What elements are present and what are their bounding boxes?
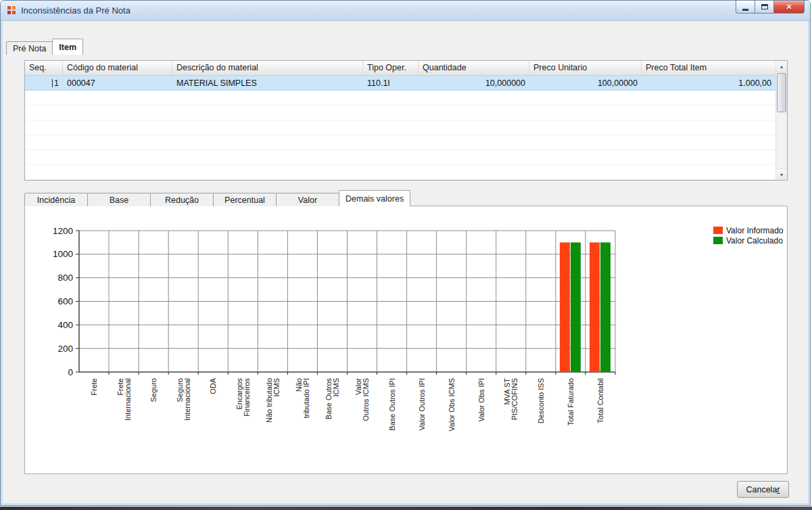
cell-quantidade: 10,000000 (419, 76, 529, 90)
legend-swatch-valor-calculado (713, 237, 723, 244)
x-category-label: Outros ICMS (362, 378, 370, 421)
close-icon: ✕ (786, 3, 792, 11)
x-category-label: PIS/COFINS (510, 378, 519, 420)
x-category-label: tributado IPI (302, 378, 310, 418)
grid-empty-row (25, 120, 775, 135)
bar-valor-informado-total-faturado (560, 242, 570, 372)
y-tick-label: 400 (57, 320, 73, 330)
grid-empty-row (25, 106, 775, 120)
grid-row[interactable]: 1000047MATERIAL SIMPLES110.1I10,00000010… (25, 76, 775, 91)
grid-body: 1000047MATERIAL SIMPLES110.1I10,00000010… (25, 76, 775, 180)
y-tick-label: 200 (57, 344, 73, 354)
x-category-label: ICMS (272, 378, 281, 397)
column-header-descricao-do-material[interactable]: Descrição do material (172, 61, 363, 75)
cell-codigo-do-material: 000047 (63, 76, 172, 90)
grid-header: Seq.Código do materialDescrição do mater… (25, 61, 775, 76)
grid-empty-row (25, 150, 775, 165)
grid-empty-row (25, 91, 775, 106)
tab-percentual[interactable]: Percentual (213, 193, 277, 206)
window-title: Inconsistências da Pré Nota (21, 5, 130, 16)
window-controls: ✕ (736, 1, 805, 14)
bar-valor-calculado-total-contabil (600, 242, 611, 372)
y-tick-label: 1000 (53, 249, 73, 259)
scrollbar-thumb[interactable] (777, 73, 786, 112)
x-category-label: Frete (90, 378, 98, 396)
top-tab-strip: Pré NotaItem (6, 39, 82, 55)
column-header-codigo-do-material[interactable]: Código do material (63, 61, 172, 75)
bar-chart: 020040060080010001200FreteFreteInternaci… (25, 206, 787, 473)
bar-valor-informado-total-contabil (590, 242, 600, 372)
legend-swatch-valor-informado (713, 227, 723, 234)
x-category-label: Financeiros (243, 378, 251, 417)
items-grid: Seq.Código do materialDescrição do mater… (24, 60, 788, 181)
x-category-label: ICMS (332, 378, 340, 397)
column-header-preco-unitario[interactable]: Preco Unitario (529, 61, 642, 75)
legend-label-valor-calculado: Valor Calculado (726, 236, 783, 246)
y-tick-label: 1200 (53, 226, 73, 236)
grid-empty-row (25, 135, 775, 150)
grid-inner: Seq.Código do materialDescrição do mater… (25, 61, 775, 180)
inconsistencias-dialog: Inconsistências da Pré Nota ✕ Pré NotaIt… (0, 0, 811, 506)
tab-reducao[interactable]: Redução (150, 193, 214, 206)
tab-demais-valores[interactable]: Demais valores (339, 190, 410, 206)
scroll-down-button[interactable]: ▼ (776, 168, 787, 180)
maximize-icon (761, 4, 768, 9)
column-header-preco-total-item[interactable]: Preco Total Item (642, 61, 775, 75)
y-tick-label: 600 (57, 296, 73, 306)
tab-pre-nota[interactable]: Pré Nota (6, 41, 53, 55)
tab-valor[interactable]: Valor (276, 193, 339, 206)
x-category-label: ODA (209, 377, 217, 394)
column-header-tipo-oper[interactable]: Tipo Oper. (363, 61, 419, 75)
titlebar[interactable]: Inconsistências da Pré Nota ✕ (1, 1, 810, 21)
grid-scrollbar[interactable]: ▲ ▼ (775, 61, 787, 180)
cell-seq: 1 (25, 76, 63, 90)
legend-label-valor-informado: Valor Informado (726, 226, 784, 235)
taskbar-edge (0, 507, 812, 510)
y-tick-label: 0 (68, 367, 73, 377)
maximize-button[interactable] (755, 1, 774, 14)
value-tab-strip: IncidênciaBaseReduçãoPercentualValorDema… (24, 190, 410, 206)
x-category-label: Seguro (149, 378, 158, 402)
bar-valor-calculado-total-faturado (571, 242, 581, 372)
y-tick-label: 800 (57, 273, 73, 283)
tab-incidencia[interactable]: Incidência (24, 193, 88, 206)
cell-descricao-do-material: MATERIAL SIMPLES (172, 76, 363, 90)
scroll-up-button[interactable]: ▲ (776, 61, 787, 72)
screen: Inconsistências da Pré Nota ✕ Pré NotaIt… (0, 0, 812, 510)
cell-preco-unitario: 100,00000 (529, 76, 642, 90)
tab-item[interactable]: Item (52, 39, 83, 55)
cell-preco-total-item: 1.000,00 (642, 76, 775, 90)
grid-empty-row (25, 165, 775, 180)
close-button[interactable]: ✕ (774, 1, 805, 14)
x-category-label: Desconto ISS (537, 378, 545, 423)
minimize-icon (742, 9, 748, 11)
column-header-quantidade[interactable]: Quantidade (419, 61, 529, 75)
x-category-label: Internacional (183, 378, 191, 421)
x-category-label: Valor Obs IPI (477, 378, 485, 422)
cancel-button[interactable]: Cancelar (737, 481, 789, 498)
minimize-button[interactable] (736, 1, 755, 14)
column-header-seq[interactable]: Seq. (25, 61, 63, 75)
x-category-label: Valor Outros IPI (418, 378, 426, 430)
x-category-label: Base Outros IPI (388, 378, 396, 431)
x-category-label: Valor Obs ICMS (448, 378, 456, 432)
app-icon (7, 6, 17, 16)
chart-panel: 020040060080010001200FreteFreteInternaci… (24, 206, 788, 474)
cell-tipo-oper: 110.1I (363, 76, 419, 90)
x-category-label: Internacional (124, 378, 132, 421)
x-category-label: Total Contabil (596, 378, 604, 423)
x-category-label: Total Faturado (567, 378, 575, 425)
edit-caret (52, 79, 53, 87)
tab-base[interactable]: Base (87, 193, 151, 206)
